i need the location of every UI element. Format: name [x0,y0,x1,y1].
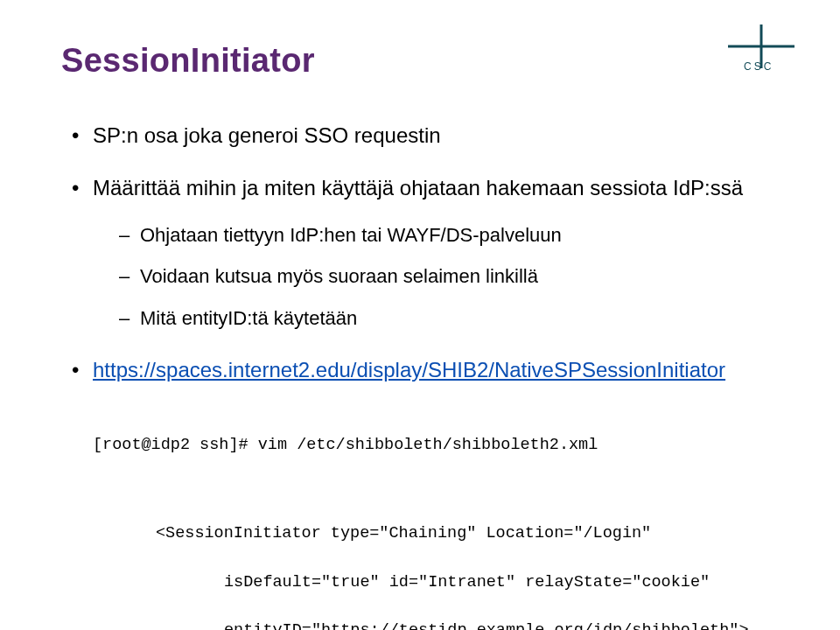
sub-bullet-text: Voidaan kutsua myös suoraan selaimen lin… [140,265,538,287]
code-line: isDefault="true" id="Intranet" relayStat… [93,570,779,595]
sub-bullet-text: Ohjataan tiettyyn IdP:hen tai WAYF/DS-pa… [140,224,562,246]
bullet-text: SP:n osa joka generoi SSO requestin [93,123,441,147]
bullet-item: https://spaces.internet2.edu/display/SHI… [68,356,779,384]
bullet-item: SP:n osa joka generoi SSO requestin [68,122,779,150]
logo-label: CSC [744,60,774,73]
slide-title: SessionInitiator [61,42,779,80]
code-line: <SessionInitiator type="Chaining" Locati… [93,522,779,546]
sub-bullet-list: Ohjataan tiettyyn IdP:hen tai WAYF/DS-pa… [93,222,779,332]
bullet-text: Määrittää mihin ja miten käyttäjä ohjata… [93,176,743,200]
bullet-list: SP:n osa joka generoi SSO requestin Määr… [68,122,779,384]
sub-bullet-item: Mitä entityID:tä käytetään [117,305,779,332]
bullet-item: Määrittää mihin ja miten käyttäjä ohjata… [68,174,779,331]
sub-bullet-item: Ohjataan tiettyyn IdP:hen tai WAYF/DS-pa… [117,222,779,248]
sub-bullet-item: Voidaan kutsua myös suoraan selaimen lin… [117,263,779,290]
csc-cross-icon: CSC [718,24,794,80]
code-block: [root@idp2 ssh]# vim /etc/shibboleth/shi… [93,409,779,630]
code-blank-line [93,481,779,497]
code-line: [root@idp2 ssh]# vim /etc/shibboleth/shi… [93,433,779,458]
reference-link[interactable]: https://spaces.internet2.edu/display/SHI… [93,358,725,382]
csc-logo: CSC [718,24,794,80]
sub-bullet-text: Mitä entityID:tä käytetään [140,307,357,329]
slide: CSC SessionInitiator SP:n osa joka gener… [0,0,840,630]
code-line: entityID="https://testidp.example.org/id… [93,619,779,630]
